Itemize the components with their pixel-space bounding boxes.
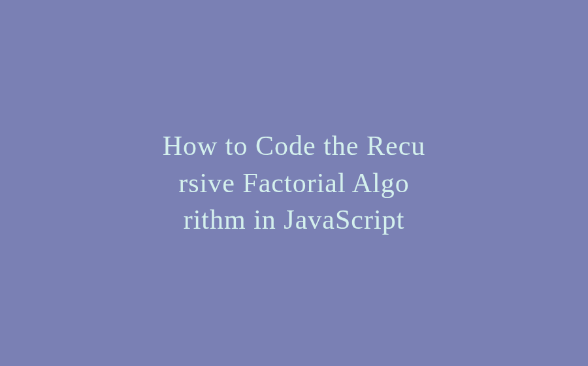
title-card: How to Code the Recu rsive Factorial Alg… — [110, 127, 478, 239]
title-line-3: rithm in JavaScript — [184, 205, 405, 235]
title-line-2: rsive Factorial Algo — [178, 168, 410, 198]
card-title: How to Code the Recu rsive Factorial Alg… — [163, 127, 426, 239]
title-line-1: How to Code the Recu — [163, 131, 426, 161]
